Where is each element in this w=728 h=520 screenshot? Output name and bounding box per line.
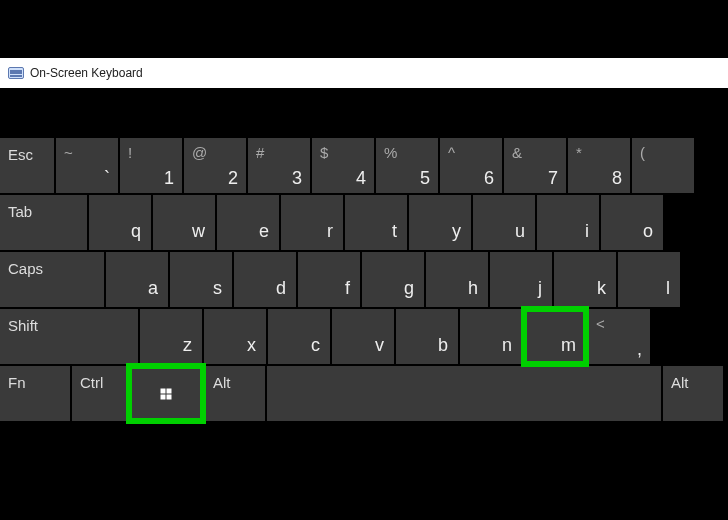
win-key[interactable] — [129, 366, 203, 421]
q-key[interactable]: q — [89, 195, 151, 250]
j-key[interactable]: j — [490, 252, 552, 307]
b-key[interactable]: b — [396, 309, 458, 364]
shift-key[interactable]: Shift — [0, 309, 138, 364]
i-key[interactable]: i — [537, 195, 599, 250]
osk-window: On-Screen Keyboard Esc ~ ` ! 1 @ 2 # 3 — [0, 58, 728, 475]
backtick-key[interactable]: ~ ` — [56, 138, 118, 193]
alt-left-key[interactable]: Alt — [205, 366, 265, 421]
m-key[interactable]: m — [524, 309, 586, 364]
osk-app-icon — [8, 65, 24, 81]
d-key[interactable]: d — [234, 252, 296, 307]
r-key[interactable]: r — [281, 195, 343, 250]
z-key[interactable]: z — [140, 309, 202, 364]
row-home: Caps a s d f g h j k l — [0, 252, 728, 307]
8-key[interactable]: * 8 — [568, 138, 630, 193]
7-key[interactable]: & 7 — [504, 138, 566, 193]
2-key[interactable]: @ 2 — [184, 138, 246, 193]
titlebar: On-Screen Keyboard — [0, 58, 728, 88]
tab-key[interactable]: Tab — [0, 195, 87, 250]
fn-key[interactable]: Fn — [0, 366, 70, 421]
h-key[interactable]: h — [426, 252, 488, 307]
row-qwerty: Tab q w e r t y u i o — [0, 195, 728, 250]
f-key[interactable]: f — [298, 252, 360, 307]
6-key[interactable]: ^ 6 — [440, 138, 502, 193]
space-key[interactable] — [267, 366, 661, 421]
caps-key[interactable]: Caps — [0, 252, 104, 307]
windows-icon — [161, 388, 172, 399]
n-key[interactable]: n — [460, 309, 522, 364]
v-key[interactable]: v — [332, 309, 394, 364]
u-key[interactable]: u — [473, 195, 535, 250]
ctrl-key[interactable]: Ctrl — [72, 366, 127, 421]
row-zxcv: Shift z x c v b n m < , — [0, 309, 728, 364]
row-modifiers: Fn Ctrl Alt Alt — [0, 366, 728, 421]
row-numbers: Esc ~ ` ! 1 @ 2 # 3 $ 4 % — [0, 138, 728, 193]
y-key[interactable]: y — [409, 195, 471, 250]
a-key[interactable]: a — [106, 252, 168, 307]
4-key[interactable]: $ 4 — [312, 138, 374, 193]
s-key[interactable]: s — [170, 252, 232, 307]
1-key[interactable]: ! 1 — [120, 138, 182, 193]
e-key[interactable]: e — [217, 195, 279, 250]
5-key[interactable]: % 5 — [376, 138, 438, 193]
k-key[interactable]: k — [554, 252, 616, 307]
x-key[interactable]: x — [204, 309, 266, 364]
esc-key[interactable]: Esc — [0, 138, 54, 193]
w-key[interactable]: w — [153, 195, 215, 250]
alt-right-key[interactable]: Alt — [663, 366, 723, 421]
comma-key[interactable]: < , — [588, 309, 650, 364]
t-key[interactable]: t — [345, 195, 407, 250]
l-key[interactable]: l — [618, 252, 680, 307]
o-key[interactable]: o — [601, 195, 663, 250]
3-key[interactable]: # 3 — [248, 138, 310, 193]
g-key[interactable]: g — [362, 252, 424, 307]
keyboard-area: Esc ~ ` ! 1 @ 2 # 3 $ 4 % — [0, 88, 728, 475]
c-key[interactable]: c — [268, 309, 330, 364]
9-key[interactable]: ( — [632, 138, 694, 193]
window-title: On-Screen Keyboard — [30, 66, 143, 80]
